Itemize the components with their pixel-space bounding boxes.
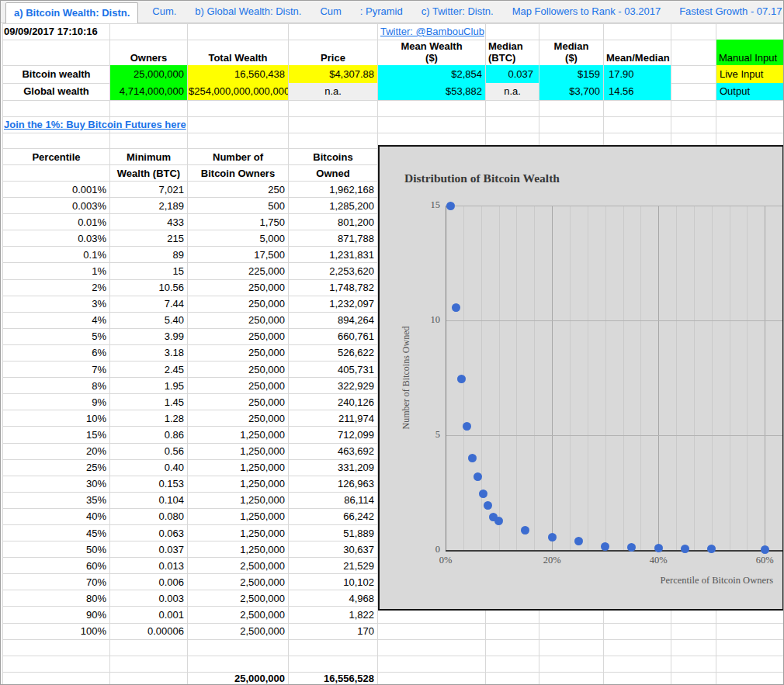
- cell-percentile[interactable]: 6%: [3, 344, 110, 361]
- cell-num-owners[interactable]: 225,000: [188, 263, 289, 279]
- buy-futures-link[interactable]: Join the 1%: Buy Bitcoin Futures here: [4, 116, 252, 133]
- cell-min-wealth[interactable]: 0.86: [110, 427, 188, 443]
- cell-min-wealth[interactable]: 0.037: [110, 541, 188, 558]
- cell-min-wealth[interactable]: 0.013: [110, 558, 188, 574]
- cell-btc-owned[interactable]: 1,285,200: [289, 198, 378, 214]
- cell-min-wealth[interactable]: 3.18: [110, 344, 188, 361]
- cell-min-wealth[interactable]: 1.45: [110, 394, 188, 410]
- cell-btc-owned[interactable]: 801,200: [289, 214, 378, 230]
- sheet-tab[interactable]: Map Followers to Rank - 03.2017: [512, 2, 661, 22]
- cell-btc-owned[interactable]: 712,099: [289, 427, 378, 443]
- cell-percentile[interactable]: 25%: [3, 459, 110, 476]
- col-header-median-btc[interactable]: Median (BTC): [486, 40, 539, 65]
- cell-btc-owned[interactable]: 660,761: [289, 328, 378, 344]
- cell-min-wealth[interactable]: 3.99: [110, 328, 188, 344]
- row-label-global-wealth[interactable]: Global wealth: [3, 83, 109, 100]
- cell-num-owners[interactable]: 250,000: [188, 279, 289, 296]
- cell-min-wealth[interactable]: 5.40: [110, 312, 188, 328]
- cell-percentile[interactable]: 30%: [3, 476, 110, 492]
- col-header-price[interactable]: Price: [289, 40, 377, 65]
- cell-num-owners[interactable]: 250,000: [188, 344, 289, 361]
- cell-percentile[interactable]: 60%: [3, 558, 110, 574]
- cell-percentile[interactable]: 10%: [3, 410, 110, 427]
- cell-num-owners[interactable]: 1,250,000: [188, 443, 289, 459]
- cell-btc-owned[interactable]: 1,232,097: [289, 296, 378, 312]
- cell-num-owners[interactable]: 17,500: [188, 247, 289, 263]
- th-minimum[interactable]: Minimum: [110, 149, 188, 165]
- cell-min-wealth[interactable]: 0.153: [110, 476, 188, 492]
- cell-percentile[interactable]: 35%: [3, 492, 110, 508]
- cell-percentile[interactable]: 2%: [3, 279, 110, 296]
- cell-percentile[interactable]: 9%: [3, 394, 110, 410]
- cell-btc-owned[interactable]: 66,242: [289, 508, 378, 524]
- col-header-median-usd[interactable]: Median ($): [539, 40, 603, 65]
- cell-num-owners[interactable]: 500: [188, 198, 289, 214]
- legend-manual-input[interactable]: Manual Input: [716, 40, 784, 65]
- cell-global-median-btc-na[interactable]: n.a.: [486, 83, 539, 100]
- cell-global-total-wealth[interactable]: $254,000,000,000,000: [188, 83, 288, 100]
- cell-bitcoin-total-wealth[interactable]: 16,560,438: [188, 65, 288, 83]
- cell-btc-owned[interactable]: 21,529: [289, 558, 378, 574]
- cell-bitcoin-mean-median[interactable]: 17.90: [604, 65, 671, 83]
- cell-num-owners[interactable]: 250,000: [188, 296, 289, 312]
- cell-btc-owned[interactable]: 1,231,831: [289, 247, 378, 263]
- cell-btc-owned[interactable]: 322,929: [289, 378, 378, 394]
- cell-global-mean-wealth[interactable]: $53,882: [378, 83, 485, 100]
- twitter-link[interactable]: Twitter: @BambouClub: [380, 23, 497, 40]
- th-number-of[interactable]: Number of: [188, 149, 289, 165]
- cell-btc-owned[interactable]: 1,962,168: [289, 182, 378, 198]
- legend-output[interactable]: Output: [716, 83, 784, 100]
- cell-num-owners[interactable]: 250,000: [188, 378, 289, 394]
- cell-global-mean-median[interactable]: 14.56: [604, 83, 671, 100]
- cell-num-owners[interactable]: 1,750: [188, 214, 289, 230]
- cell-min-wealth[interactable]: 0.080: [110, 508, 188, 524]
- cell-num-owners[interactable]: 2,500,000: [188, 558, 289, 574]
- cell-btc-owned[interactable]: 405,731: [289, 362, 378, 378]
- cell-global-owners[interactable]: 4,714,000,000: [110, 83, 187, 100]
- th-percentile[interactable]: Percentile: [3, 149, 110, 165]
- cell-percentile[interactable]: 0.03%: [3, 230, 110, 247]
- cell-global-median-usd[interactable]: $3,700: [539, 83, 603, 100]
- sheet-tab[interactable]: : Pyramid: [360, 2, 403, 22]
- cell-btc-owned[interactable]: 2,253,620: [289, 263, 378, 279]
- cell-btc-owned[interactable]: 526,622: [289, 344, 378, 361]
- col-header-mean-wealth[interactable]: Mean Wealth ($): [378, 40, 485, 65]
- cell-num-owners[interactable]: 1,250,000: [188, 476, 289, 492]
- cell-bitcoin-median-btc[interactable]: 0.037: [486, 65, 539, 83]
- cell-min-wealth[interactable]: 15: [110, 263, 188, 279]
- cell-num-owners[interactable]: 250,000: [188, 328, 289, 344]
- cell-bitcoin-median-usd[interactable]: $159: [539, 65, 603, 83]
- cell-min-wealth[interactable]: 0.063: [110, 524, 188, 541]
- cell-percentile[interactable]: 100%: [3, 623, 110, 639]
- cell-num-owners[interactable]: 1,250,000: [188, 508, 289, 524]
- cell-percentile[interactable]: 90%: [3, 607, 110, 623]
- cell-min-wealth[interactable]: 10.56: [110, 279, 188, 296]
- total-bitcoins-owned[interactable]: 16,556,528: [289, 672, 374, 685]
- sheet-tab[interactable]: Fastest Growth - 07.17: [679, 2, 782, 22]
- cell-btc-owned[interactable]: 10,102: [289, 574, 378, 590]
- sheet-tab[interactable]: Cum: [320, 2, 341, 22]
- cell-btc-owned[interactable]: 30,637: [289, 541, 378, 558]
- cell-percentile[interactable]: 0.001%: [3, 182, 110, 198]
- cell-percentile[interactable]: 80%: [3, 590, 110, 607]
- cell-min-wealth[interactable]: 7.44: [110, 296, 188, 312]
- cell-min-wealth[interactable]: 2,189: [110, 198, 188, 214]
- cell-min-wealth[interactable]: 0.003: [110, 590, 188, 607]
- cell-min-wealth[interactable]: 0.006: [110, 574, 188, 590]
- cell-min-wealth[interactable]: 1.28: [110, 410, 188, 427]
- th-percentile-2[interactable]: [3, 165, 110, 182]
- cell-percentile[interactable]: 4%: [3, 312, 110, 328]
- sheet-tab[interactable]: a) Bitcoin Wealth: Distn.: [5, 2, 138, 23]
- cell-btc-owned[interactable]: 331,209: [289, 459, 378, 476]
- cell-num-owners[interactable]: 2,500,000: [188, 574, 289, 590]
- cell-num-owners[interactable]: 2,500,000: [188, 623, 289, 639]
- cell-min-wealth[interactable]: 0.001: [110, 607, 188, 623]
- cell-num-owners[interactable]: 1,250,000: [188, 427, 289, 443]
- cell-btc-owned[interactable]: 240,126: [289, 394, 378, 410]
- cell-bitcoin-mean-wealth[interactable]: $2,854: [378, 65, 485, 83]
- cell-percentile[interactable]: 15%: [3, 427, 110, 443]
- cell-min-wealth[interactable]: 7,021: [110, 182, 188, 198]
- sheet-tab[interactable]: b) Global Wealth: Distn.: [195, 2, 301, 22]
- row-label-bitcoin-wealth[interactable]: Bitcoin wealth: [3, 65, 109, 83]
- cell-num-owners[interactable]: 250,000: [188, 362, 289, 378]
